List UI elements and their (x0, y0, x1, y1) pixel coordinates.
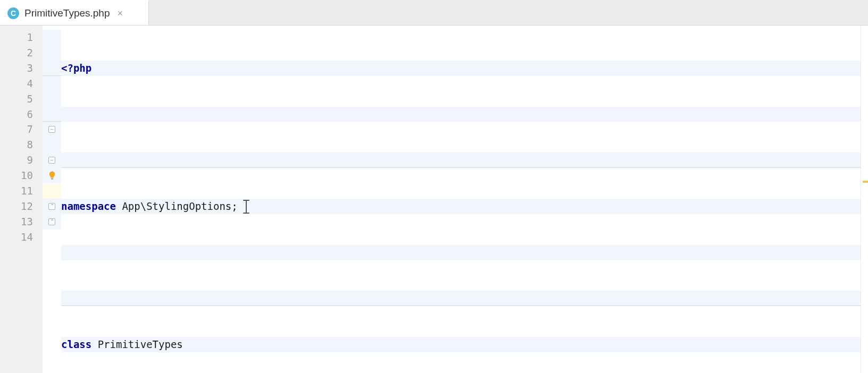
code-line[interactable]: class PrimitiveTypes (61, 337, 861, 352)
code-line[interactable] (61, 152, 861, 168)
line-number[interactable]: 12 (0, 199, 33, 214)
stripe-marker-icon[interactable] (863, 181, 868, 183)
line-number[interactable]: 1 (0, 30, 33, 45)
line-number[interactable]: 9 (0, 152, 33, 168)
svg-rect-1 (51, 179, 53, 180)
tab-bar: C PrimitiveTypes.php × (0, 0, 868, 26)
fold-end-icon[interactable]: ⌃ (48, 218, 55, 225)
code-line[interactable] (61, 245, 861, 260)
code-editor-area[interactable]: <?php namespace App\StylingOptions; clas… (61, 26, 861, 373)
line-number[interactable]: 5 (0, 91, 33, 107)
line-number[interactable]: 6 (0, 107, 33, 122)
fold-toggle-icon[interactable]: − (48, 157, 55, 164)
code-line[interactable]: namespace App\StylingOptions; (61, 199, 861, 214)
line-number[interactable]: 11 (0, 183, 33, 199)
line-number[interactable]: 4 (0, 76, 33, 91)
close-tab-icon[interactable]: × (118, 8, 123, 19)
line-number[interactable]: 8 (0, 137, 33, 152)
file-tab[interactable]: C PrimitiveTypes.php × (0, 0, 149, 25)
line-number[interactable]: 7 (0, 122, 33, 137)
line-number-gutter[interactable]: 1 2 3 4 5 6 7 8 9 10 11 12 13 14 (0, 26, 43, 373)
code-line[interactable] (61, 291, 861, 306)
code-line[interactable] (61, 107, 861, 122)
line-number[interactable]: 13 (0, 214, 33, 230)
fold-toggle-icon[interactable]: − (48, 126, 55, 133)
tab-filename: PrimitiveTypes.php (24, 7, 110, 19)
line-number[interactable]: 2 (0, 45, 33, 61)
error-stripe[interactable] (861, 26, 868, 373)
editor: 1 2 3 4 5 6 7 8 9 10 11 12 13 14 − − ⌃ (0, 26, 868, 373)
line-number[interactable]: 10 (0, 168, 33, 183)
line-number[interactable]: 3 (0, 61, 33, 76)
intention-bulb-icon[interactable] (47, 171, 57, 180)
fold-end-icon[interactable]: ⌃ (48, 203, 55, 210)
code-line[interactable]: <?php (61, 61, 861, 76)
fold-gutter: − − ⌃ ⌃ (43, 26, 61, 373)
svg-rect-0 (51, 179, 53, 179)
line-number[interactable]: 14 (0, 230, 33, 245)
class-file-icon: C (7, 7, 19, 19)
